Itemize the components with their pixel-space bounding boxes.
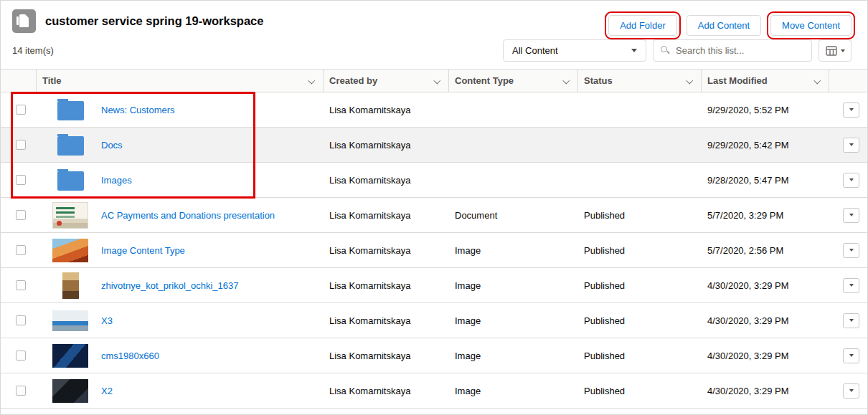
row-created-by: Lisa Komarnitskaya bbox=[324, 210, 449, 221]
table-row: Images Lisa Komarnitskaya 9/28/2020, 5:4… bbox=[1, 163, 867, 198]
row-last-modified: 4/30/2020, 3:29 PM bbox=[702, 386, 829, 396]
table-row: AC Payments and Donations presentation L… bbox=[1, 198, 867, 233]
chevron-down-icon bbox=[849, 108, 854, 111]
row-actions-button[interactable] bbox=[843, 243, 859, 258]
row-checkbox-cell bbox=[1, 280, 37, 290]
column-label: Title bbox=[42, 75, 62, 86]
row-title-cell: zhivotnye_kot_prikol_ochki_1637 bbox=[37, 272, 324, 299]
row-content-type: Image bbox=[449, 245, 578, 256]
display-options-button[interactable] bbox=[819, 39, 852, 62]
column-label: Status bbox=[584, 75, 613, 86]
row-title-cell: Docs bbox=[37, 134, 324, 156]
row-thumbnail-box bbox=[52, 99, 88, 120]
table-body: News: Customers Lisa Komarnitskaya 9/29/… bbox=[1, 92, 867, 409]
row-status: Published bbox=[578, 386, 702, 396]
chevron-down-icon[interactable] bbox=[686, 77, 693, 85]
row-title-link[interactable]: AC Payments and Donations presentation bbox=[101, 210, 275, 221]
row-title-link[interactable]: News: Customers bbox=[101, 105, 175, 115]
row-checkbox-cell bbox=[1, 175, 37, 185]
row-checkbox[interactable] bbox=[16, 140, 26, 150]
row-title-link[interactable]: Docs bbox=[101, 140, 123, 151]
workspace-icon bbox=[12, 9, 36, 33]
row-title-cell: X2 bbox=[37, 379, 324, 403]
row-title-link[interactable]: Image Content Type bbox=[101, 245, 185, 256]
row-actions-cell bbox=[829, 102, 868, 118]
row-actions-button[interactable] bbox=[843, 278, 859, 293]
row-thumbnail-box bbox=[52, 272, 88, 299]
row-last-modified: 5/7/2020, 3:29 PM bbox=[702, 210, 829, 221]
row-title-cell: X3 bbox=[37, 310, 324, 331]
row-actions-button[interactable] bbox=[843, 348, 859, 363]
chevron-down-icon bbox=[849, 319, 854, 322]
row-checkbox[interactable] bbox=[16, 350, 26, 361]
row-status: Published bbox=[578, 315, 702, 326]
row-thumbnail bbox=[57, 171, 84, 191]
row-created-by: Lisa Komarnitskaya bbox=[324, 386, 449, 396]
row-actions-button[interactable] bbox=[843, 313, 859, 328]
row-last-modified: 9/29/2020, 5:42 PM bbox=[702, 140, 829, 151]
row-content-type: Document bbox=[449, 210, 578, 221]
chevron-down-icon[interactable] bbox=[562, 77, 570, 85]
column-header-last-modified[interactable]: Last Modified bbox=[702, 70, 829, 92]
row-title-link[interactable]: X2 bbox=[101, 386, 113, 396]
row-title-cell: cms1980x660 bbox=[37, 344, 324, 368]
row-checkbox[interactable] bbox=[16, 386, 26, 396]
row-actions-button[interactable] bbox=[843, 173, 859, 188]
column-header-actions bbox=[829, 70, 868, 92]
add-content-button[interactable]: Add Content bbox=[687, 15, 761, 36]
table-row: Docs Lisa Komarnitskaya 9/29/2020, 5:42 … bbox=[1, 128, 867, 163]
chevron-down-icon[interactable] bbox=[433, 77, 440, 85]
row-title-link[interactable]: cms1980x660 bbox=[101, 350, 159, 361]
row-actions-cell bbox=[829, 173, 868, 188]
select-all-cell bbox=[1, 70, 37, 92]
row-thumbnail bbox=[62, 272, 79, 299]
row-status: Published bbox=[578, 245, 702, 256]
column-header-content-type[interactable]: Content Type bbox=[449, 70, 578, 92]
column-header-created-by[interactable]: Created by bbox=[324, 70, 449, 92]
row-checkbox-cell bbox=[1, 350, 37, 361]
row-checkbox[interactable] bbox=[16, 105, 26, 115]
content-filter-select[interactable]: All Content bbox=[503, 39, 646, 62]
row-title-cell: Image Content Type bbox=[37, 239, 324, 262]
row-title-link[interactable]: X3 bbox=[101, 315, 113, 326]
table-row: cms1980x660 Lisa Komarnitskaya Image Pub… bbox=[1, 338, 867, 373]
row-actions-button[interactable] bbox=[843, 383, 859, 399]
row-created-by: Lisa Komarnitskaya bbox=[324, 140, 449, 151]
row-actions-cell bbox=[829, 208, 868, 223]
cms-workspace-page: customer service spring 19-workspace Add… bbox=[0, 0, 868, 415]
row-actions-button[interactable] bbox=[843, 208, 859, 223]
row-checkbox[interactable] bbox=[16, 245, 26, 255]
row-created-by: Lisa Komarnitskaya bbox=[324, 350, 449, 361]
row-title-link[interactable]: Images bbox=[101, 175, 132, 186]
table-row: X2 Lisa Komarnitskaya Image Published 4/… bbox=[1, 373, 867, 409]
row-created-by: Lisa Komarnitskaya bbox=[324, 245, 449, 256]
row-actions-button[interactable] bbox=[843, 102, 859, 118]
row-title-link[interactable]: zhivotnye_kot_prikol_ochki_1637 bbox=[101, 280, 239, 291]
row-thumbnail bbox=[52, 310, 88, 331]
row-checkbox[interactable] bbox=[16, 210, 26, 220]
column-header-status[interactable]: Status bbox=[578, 70, 702, 92]
row-created-by: Lisa Komarnitskaya bbox=[324, 315, 449, 326]
row-last-modified: 5/7/2020, 2:56 PM bbox=[702, 245, 829, 256]
row-thumbnail-box bbox=[52, 134, 88, 156]
table-row: zhivotnye_kot_prikol_ochki_1637 Lisa Kom… bbox=[1, 268, 867, 303]
chevron-down-icon[interactable] bbox=[308, 77, 315, 85]
row-checkbox[interactable] bbox=[16, 280, 26, 290]
column-header-title[interactable]: Title bbox=[37, 70, 324, 92]
row-thumbnail bbox=[57, 101, 84, 120]
list-controls: All Content bbox=[503, 39, 852, 62]
row-created-by: Lisa Komarnitskaya bbox=[324, 280, 449, 291]
column-label: Created by bbox=[329, 75, 377, 86]
add-folder-button[interactable]: Add Folder bbox=[608, 15, 677, 36]
chevron-down-icon[interactable] bbox=[813, 77, 821, 85]
move-content-button[interactable]: Move Content bbox=[770, 15, 852, 36]
row-checkbox-cell bbox=[1, 140, 37, 150]
row-checkbox-cell bbox=[1, 315, 37, 325]
search-input[interactable] bbox=[653, 39, 812, 62]
row-checkbox-cell bbox=[1, 210, 37, 220]
row-actions-button[interactable] bbox=[843, 138, 859, 153]
row-checkbox[interactable] bbox=[16, 315, 26, 325]
row-status: Published bbox=[578, 350, 702, 361]
row-checkbox[interactable] bbox=[16, 175, 26, 185]
row-thumbnail bbox=[57, 136, 84, 156]
